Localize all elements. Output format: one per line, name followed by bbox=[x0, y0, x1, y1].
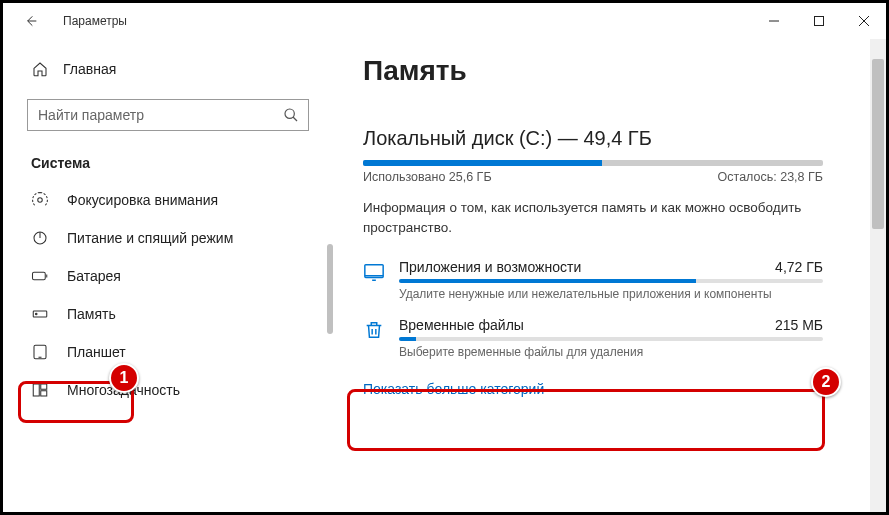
sidebar-item-battery[interactable]: Батарея bbox=[3, 257, 333, 295]
sidebar-item-storage[interactable]: Память bbox=[3, 295, 333, 333]
sidebar-item-label: Фокусировка внимания bbox=[67, 192, 218, 208]
search-box[interactable] bbox=[27, 99, 309, 131]
main-scrollbar-thumb[interactable] bbox=[872, 59, 884, 229]
svg-point-1 bbox=[285, 109, 294, 118]
arrow-left-icon bbox=[23, 13, 39, 29]
disk-usage-fill bbox=[363, 160, 602, 166]
disk-used-label: Использовано 25,6 ГБ bbox=[363, 170, 492, 184]
focus-icon bbox=[31, 191, 49, 209]
category-desc: Выберите временные файлы для удаления bbox=[399, 345, 823, 359]
svg-rect-9 bbox=[41, 384, 47, 389]
search-input[interactable] bbox=[38, 107, 282, 123]
page-title: Память bbox=[363, 55, 858, 87]
svg-rect-10 bbox=[41, 391, 47, 396]
search-icon bbox=[282, 106, 300, 124]
multitask-icon bbox=[31, 381, 49, 399]
home-icon bbox=[31, 61, 49, 77]
svg-rect-8 bbox=[33, 384, 39, 396]
sidebar-item-tablet[interactable]: Планшет bbox=[3, 333, 333, 371]
maximize-icon bbox=[814, 16, 824, 26]
trash-icon bbox=[363, 319, 385, 341]
sidebar-item-label: Питание и спящий режим bbox=[67, 230, 233, 246]
close-button[interactable] bbox=[841, 6, 886, 36]
window-title: Параметры bbox=[63, 14, 127, 28]
minimize-button[interactable] bbox=[751, 6, 796, 36]
tablet-icon bbox=[31, 343, 49, 361]
sidebar-item-power[interactable]: Питание и спящий режим bbox=[3, 219, 333, 257]
sidebar-item-label: Память bbox=[67, 306, 116, 322]
sidebar: Главная Система Фокусировка внимания bbox=[3, 39, 333, 512]
disk-free-label: Осталось: 23,8 ГБ bbox=[718, 170, 823, 184]
category-size: 4,72 ГБ bbox=[775, 259, 823, 275]
svg-point-6 bbox=[36, 313, 38, 315]
category-name: Временные файлы bbox=[399, 317, 524, 333]
disk-title: Локальный диск (C:) — 49,4 ГБ bbox=[363, 127, 858, 150]
category-desc: Удалите ненужные или нежелательные прило… bbox=[399, 287, 823, 301]
storage-category-temp[interactable]: Временные файлы 215 МБ Выберите временны… bbox=[363, 317, 823, 359]
sidebar-section-title: Система bbox=[3, 149, 333, 181]
category-fill bbox=[399, 279, 696, 283]
close-icon bbox=[859, 16, 869, 26]
category-size: 215 МБ bbox=[775, 317, 823, 333]
category-name: Приложения и возможности bbox=[399, 259, 581, 275]
sidebar-home-label: Главная bbox=[63, 61, 116, 77]
minimize-icon bbox=[769, 16, 779, 26]
sidebar-nav: Фокусировка внимания Питание и спящий ре… bbox=[3, 181, 333, 409]
disk-usage-bar bbox=[363, 160, 823, 166]
window-controls bbox=[751, 6, 886, 36]
power-icon bbox=[31, 229, 49, 247]
titlebar: Параметры bbox=[3, 3, 886, 39]
storage-icon bbox=[31, 305, 49, 323]
storage-info-text: Информация о том, как используется памят… bbox=[363, 198, 803, 237]
annotation-badge-2: 2 bbox=[811, 367, 841, 397]
sidebar-item-focus[interactable]: Фокусировка внимания bbox=[3, 181, 333, 219]
sidebar-item-multitask[interactable]: Многозадачность bbox=[3, 371, 333, 409]
back-button[interactable] bbox=[19, 9, 43, 33]
apps-icon bbox=[363, 261, 385, 283]
maximize-button[interactable] bbox=[796, 6, 841, 36]
svg-point-2 bbox=[38, 198, 43, 203]
svg-rect-0 bbox=[814, 17, 823, 26]
category-fill bbox=[399, 337, 416, 341]
sidebar-home[interactable]: Главная bbox=[3, 53, 333, 85]
storage-category-apps[interactable]: Приложения и возможности 4,72 ГБ Удалите… bbox=[363, 259, 823, 301]
sidebar-item-label: Батарея bbox=[67, 268, 121, 284]
svg-rect-4 bbox=[33, 272, 46, 280]
main-content: Память Локальный диск (C:) — 49,4 ГБ Исп… bbox=[333, 39, 886, 512]
sidebar-item-label: Планшет bbox=[67, 344, 126, 360]
show-more-link[interactable]: Показать больше категорий bbox=[363, 381, 544, 397]
annotation-badge-1: 1 bbox=[109, 363, 139, 393]
battery-icon bbox=[31, 267, 49, 285]
main-scrollbar-track[interactable] bbox=[870, 39, 886, 512]
annotation-highlight-2 bbox=[347, 389, 825, 451]
